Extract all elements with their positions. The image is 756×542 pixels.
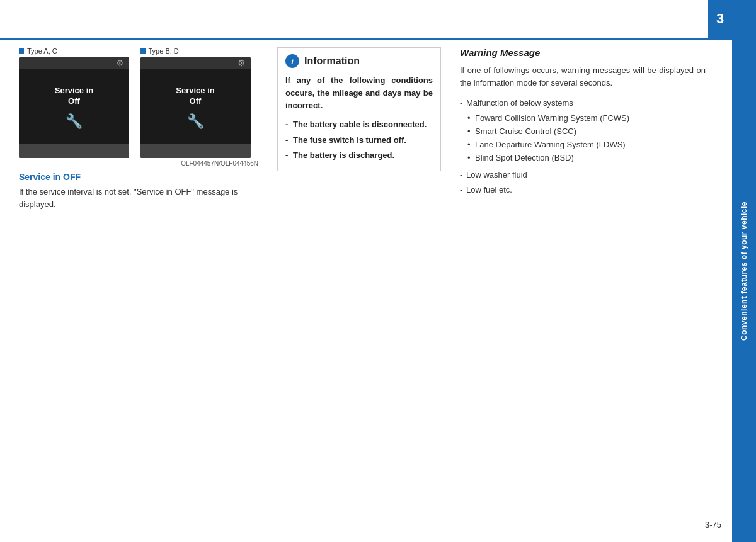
right-sidebar: Convenient features of your vehicle xyxy=(732,0,756,542)
image-group-b-d: Type B, D ⚙ Service inOff 🔧 OLF044457N/O… xyxy=(140,47,259,167)
warning-system-item: Blind Spot Detection (BSD) xyxy=(467,152,706,165)
warning-system-item: Smart Cruise Control (SCC) xyxy=(467,125,706,138)
info-icon: i xyxy=(285,54,299,68)
type-b-d-label: Type B, D xyxy=(140,47,259,55)
info-list: The battery cable is disconnected. The f… xyxy=(285,118,433,161)
settings-icon-2: ⚙ xyxy=(238,58,246,68)
warning-intro: If one of followings occurs, warning mes… xyxy=(460,64,706,89)
images-section: Type A, C ⚙ Service inOff 🔧 T xyxy=(19,47,258,167)
service-text-2: Service inOff xyxy=(176,86,214,107)
warning-low-fuel: Low fuel etc. xyxy=(460,184,706,196)
service-off-title: Service in OFF xyxy=(19,172,258,182)
wrench-icon-2: 🔧 xyxy=(187,113,204,130)
image-caption: OLF044457N/OLF044456N xyxy=(140,160,259,167)
service-image-b-d: ⚙ Service inOff 🔧 xyxy=(140,57,251,158)
label-square-2 xyxy=(140,48,146,54)
page-number: 3-75 xyxy=(705,520,721,529)
service-off-text: If the service interval is not set, "Ser… xyxy=(19,186,258,210)
info-box: i Information If any of the following co… xyxy=(277,47,441,171)
info-list-item: The battery is discharged. xyxy=(285,149,433,162)
warning-systems-list: Foward Collision Warning System (FCWS) S… xyxy=(467,112,706,164)
service-image-a-c: ⚙ Service inOff 🔧 xyxy=(19,57,129,158)
image-bottom-bar xyxy=(19,144,129,158)
info-intro: If any of the following conditions occur… xyxy=(285,74,433,112)
middle-column: i Information If any of the following co… xyxy=(277,47,441,511)
main-content: Type A, C ⚙ Service inOff 🔧 T xyxy=(19,47,706,511)
warning-system-item: Foward Collision Warning System (FCWS) xyxy=(467,112,706,125)
image-group-a-c: Type A, C ⚙ Service inOff 🔧 xyxy=(19,47,137,167)
info-title: Information xyxy=(304,55,360,67)
image-bottom-bar-2 xyxy=(140,144,251,158)
service-text: Service inOff xyxy=(55,86,93,107)
settings-icon: ⚙ xyxy=(116,58,124,68)
info-list-item: The battery cable is disconnected. xyxy=(285,118,433,131)
screen-content: Service inOff 🔧 xyxy=(55,86,93,130)
info-list-item: The fuse switch is turned off. xyxy=(285,134,433,147)
info-header: i Information xyxy=(285,54,433,68)
screen-content-2: Service inOff 🔧 xyxy=(176,86,214,130)
image-top-bar-2: ⚙ xyxy=(140,57,251,69)
warning-system-item: Lane Departure Warning System (LDWS) xyxy=(467,138,706,152)
warning-low-washer: Low washer fluid xyxy=(460,169,706,181)
warning-message-title: Warning Message xyxy=(460,47,706,58)
sidebar-text: Convenient features of your vehicle xyxy=(740,201,748,341)
type-a-c-label: Type A, C xyxy=(19,47,137,55)
top-blue-line xyxy=(0,38,756,40)
chapter-number: 3 xyxy=(708,0,732,38)
left-column: Type A, C ⚙ Service inOff 🔧 T xyxy=(19,47,258,511)
wrench-icon: 🔧 xyxy=(66,113,83,130)
right-column: Warning Message If one of followings occ… xyxy=(460,47,706,511)
warning-malfunction-label: Malfunction of below systems xyxy=(460,97,706,110)
image-top-bar: ⚙ xyxy=(19,57,129,69)
warning-malfunction-section: Malfunction of below systems Foward Coll… xyxy=(460,97,706,164)
label-square xyxy=(19,48,24,54)
